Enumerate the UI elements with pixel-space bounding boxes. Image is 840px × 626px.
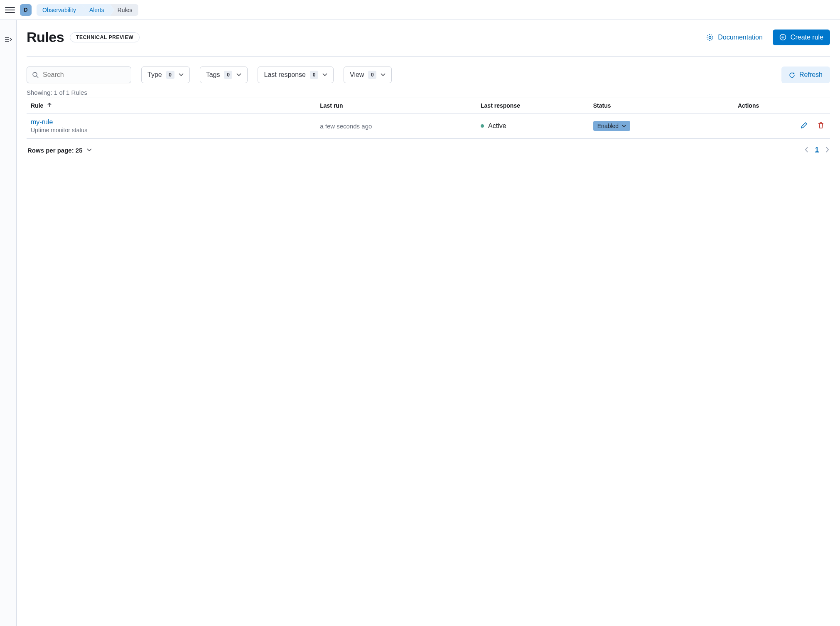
filter-last-response-button[interactable]: Last response 0: [258, 67, 334, 83]
column-label: Actions: [738, 102, 759, 109]
filter-label: Type: [147, 71, 162, 79]
pagination: 1: [805, 146, 829, 154]
documentation-label: Documentation: [718, 34, 763, 41]
chevron-down-icon: [179, 73, 184, 76]
create-rule-label: Create rule: [791, 34, 823, 41]
svg-point-8: [33, 72, 37, 76]
filter-tags-button[interactable]: Tags 0: [200, 67, 248, 83]
main-content: Rules TECHNICAL PREVIEW Documentation: [17, 20, 840, 626]
cell-last-response: Active: [481, 122, 585, 130]
breadcrumb: Observability Alerts Rules: [37, 4, 138, 16]
filter-count-badge: 0: [310, 71, 318, 79]
status-dot-icon: [481, 124, 484, 128]
column-label: Status: [593, 102, 611, 109]
filter-count-badge: 0: [166, 71, 174, 79]
create-rule-button[interactable]: Create rule: [773, 30, 830, 45]
expand-nav-icon[interactable]: [5, 37, 12, 42]
pagination-prev-button[interactable]: [805, 147, 808, 154]
filter-count-badge: 0: [368, 71, 376, 79]
table-footer: Rows per page: 25 1: [27, 139, 830, 161]
chevron-down-icon: [87, 148, 92, 152]
column-label: Last response: [481, 102, 520, 109]
page-title: Rules: [27, 29, 64, 45]
svg-point-3: [707, 35, 713, 40]
documentation-link[interactable]: Documentation: [706, 34, 763, 41]
showing-count-text: Showing: 1 of 1 Rules: [27, 89, 830, 96]
refresh-label: Refresh: [799, 71, 823, 79]
nav-menu-button[interactable]: [5, 5, 15, 15]
rows-per-page-label: Rows per page: 25: [27, 147, 83, 154]
rows-per-page-selector[interactable]: Rows per page: 25: [27, 147, 92, 154]
svg-line-9: [37, 76, 38, 78]
filters-row: Type 0 Tags 0 Last response 0: [27, 67, 830, 83]
search-icon: [32, 71, 39, 78]
breadcrumb-label: Observability: [42, 7, 76, 13]
refresh-button[interactable]: Refresh: [781, 67, 830, 83]
sort-asc-icon: [47, 103, 52, 108]
column-header-rule[interactable]: Rule: [27, 98, 316, 113]
sidebar-collapsed: [0, 20, 17, 626]
chevron-down-icon: [381, 73, 386, 76]
svg-point-4: [709, 36, 711, 38]
search-box[interactable]: [27, 67, 131, 83]
pagination-next-button[interactable]: [825, 147, 829, 154]
last-response-text: Active: [488, 122, 506, 130]
chevron-down-icon: [236, 73, 241, 76]
column-label: Last run: [320, 102, 343, 109]
search-input[interactable]: [43, 71, 126, 79]
column-header-actions: Actions: [734, 98, 830, 113]
pagination-page-1[interactable]: 1: [815, 146, 819, 154]
rule-subtitle: Uptime monitor status: [31, 127, 312, 133]
cell-last-run: a few seconds ago: [316, 113, 476, 139]
space-avatar-letter: D: [24, 7, 27, 13]
rule-name-link[interactable]: my-rule: [31, 118, 312, 126]
help-icon: [706, 34, 714, 41]
breadcrumb-label: Alerts: [89, 7, 104, 13]
plus-circle-icon: [779, 34, 786, 41]
filter-type-button[interactable]: Type 0: [141, 67, 190, 83]
filter-label: Last response: [264, 71, 306, 79]
filter-label: Tags: [206, 71, 220, 79]
filter-view-button[interactable]: View 0: [344, 67, 392, 83]
breadcrumb-observability[interactable]: Observability: [37, 4, 82, 16]
page-header: Rules TECHNICAL PREVIEW Documentation: [27, 29, 830, 57]
technical-preview-badge: TECHNICAL PREVIEW: [70, 32, 140, 42]
topbar: D Observability Alerts Rules: [0, 0, 840, 20]
delete-rule-button[interactable]: [816, 120, 826, 132]
filter-label: View: [350, 71, 364, 79]
column-header-status[interactable]: Status: [589, 98, 734, 113]
status-badge-toggle[interactable]: Enabled: [593, 121, 630, 131]
space-avatar[interactable]: D: [20, 4, 32, 16]
table-row: my-rule Uptime monitor status a few seco…: [27, 113, 830, 139]
chevron-down-icon: [322, 73, 327, 76]
column-label: Rule: [31, 102, 43, 109]
pencil-icon: [801, 122, 808, 129]
rules-table: Rule Last run Last response: [27, 98, 830, 139]
breadcrumb-alerts[interactable]: Alerts: [82, 4, 110, 16]
breadcrumb-label: Rules: [118, 7, 133, 13]
column-header-last-run[interactable]: Last run: [316, 98, 476, 113]
trash-icon: [818, 122, 824, 129]
filter-count-badge: 0: [224, 71, 232, 79]
refresh-icon: [789, 72, 795, 78]
column-header-last-response[interactable]: Last response: [476, 98, 589, 113]
edit-rule-button[interactable]: [799, 120, 809, 132]
chevron-down-icon: [622, 125, 626, 128]
breadcrumb-rules: Rules: [110, 4, 138, 16]
status-text: Enabled: [597, 123, 619, 129]
